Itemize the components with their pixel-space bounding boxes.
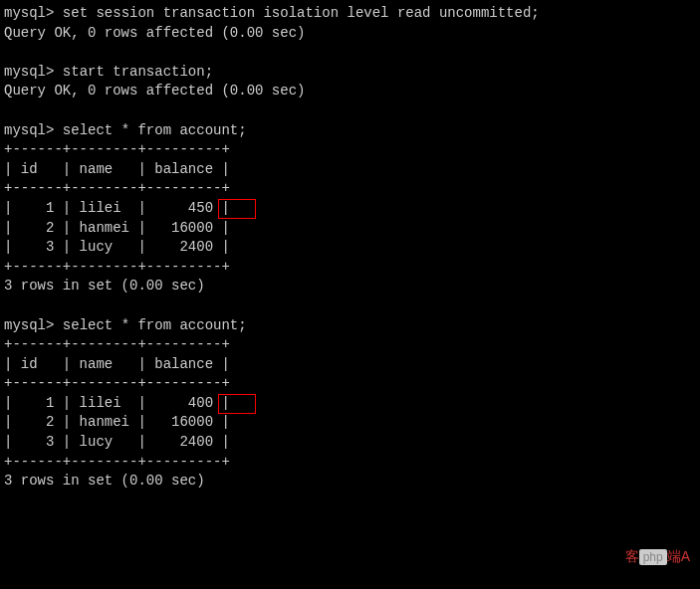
table-data-row: | 2 | hanmei | 16000 | bbox=[4, 413, 696, 433]
blank bbox=[4, 296, 696, 316]
php-badge: php bbox=[639, 549, 667, 565]
cmd-text: select * from account; bbox=[63, 317, 247, 333]
cmd-text: start transaction; bbox=[63, 64, 213, 80]
cmd-text: set session transaction isolation level … bbox=[63, 5, 540, 21]
table-border-top: +------+--------+---------+ bbox=[4, 335, 696, 355]
mysql-prompt: mysql> bbox=[4, 317, 54, 333]
cmd-text: select * from account; bbox=[63, 122, 247, 138]
watermark: 客php端A bbox=[625, 547, 690, 567]
table-header-row: | id | name | balance | bbox=[4, 355, 696, 375]
result-line-1: Query OK, 0 rows affected (0.00 sec) bbox=[4, 24, 696, 44]
result-footer-1: 3 rows in set (0.00 sec) bbox=[4, 277, 696, 296]
mysql-prompt: mysql> bbox=[4, 64, 54, 80]
mysql-prompt: mysql> bbox=[4, 5, 54, 21]
blank bbox=[4, 101, 696, 121]
table-data-row: | 1 | lilei | 400 | bbox=[4, 394, 696, 414]
table-border-bot: +------+--------+---------+ bbox=[4, 258, 696, 278]
cmd-line-3: mysql> select * from account; bbox=[4, 121, 696, 141]
table-border-top: +------+--------+---------+ bbox=[4, 140, 696, 160]
table-border-bot: +------+--------+---------+ bbox=[4, 453, 696, 473]
highlight-box bbox=[218, 394, 256, 414]
table-data-row: | 3 | lucy | 2400 | bbox=[4, 433, 696, 453]
mysql-prompt: mysql> bbox=[4, 122, 54, 138]
highlight-box bbox=[218, 199, 256, 219]
table-header-row: | id | name | balance | bbox=[4, 160, 696, 180]
table-data-row: | 3 | lucy | 2400 | bbox=[4, 238, 696, 258]
cmd-line-4: mysql> select * from account; bbox=[4, 316, 696, 336]
table-data-row: | 1 | lilei | 450 | bbox=[4, 199, 696, 219]
table-border-mid: +------+--------+---------+ bbox=[4, 374, 696, 394]
blank bbox=[4, 43, 696, 63]
result-line-2: Query OK, 0 rows affected (0.00 sec) bbox=[4, 82, 696, 101]
table-data-row: | 2 | hanmei | 16000 | bbox=[4, 219, 696, 239]
table-border-mid: +------+--------+---------+ bbox=[4, 179, 696, 199]
cmd-line-1: mysql> set session transaction isolation… bbox=[4, 4, 696, 24]
watermark-left: 客 bbox=[625, 548, 639, 564]
watermark-right: 端A bbox=[667, 548, 690, 564]
result-footer-2: 3 rows in set (0.00 sec) bbox=[4, 472, 696, 491]
cmd-line-2: mysql> start transaction; bbox=[4, 63, 696, 83]
